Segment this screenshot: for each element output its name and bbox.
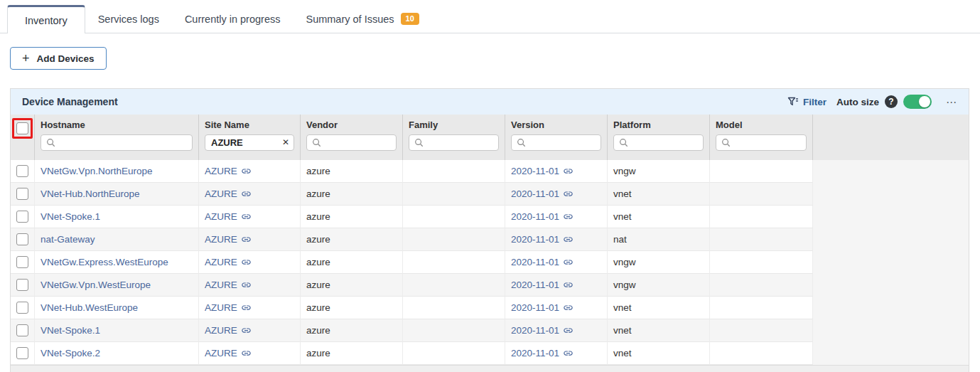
site-name-cell: AZURE	[199, 274, 301, 297]
version-cell: 2020-11-01	[505, 160, 608, 183]
vendor-cell: azure	[301, 183, 403, 206]
site-name-link[interactable]: AZURE	[205, 280, 252, 290]
site-name-text: AZURE	[205, 302, 237, 313]
platform-cell: vnet	[608, 319, 710, 342]
link-icon	[563, 302, 574, 313]
hostname-link[interactable]: nat-Gateway	[41, 234, 95, 245]
red-highlight-annotation	[12, 118, 33, 139]
site-name-link[interactable]: AZURE	[205, 234, 252, 245]
version-link[interactable]: 2020-11-01	[511, 257, 574, 267]
hostname-text: VNetGw.Vpn.WestEurope	[41, 280, 151, 290]
family-cell	[403, 251, 505, 274]
column-header-version: Version	[505, 115, 608, 160]
tab-summary-of-issues[interactable]: Summary of Issues 10	[293, 5, 431, 33]
tab-label: Services logs	[98, 14, 159, 25]
clear-filter-icon[interactable]: ✕	[282, 137, 289, 148]
site-name-link[interactable]: AZURE	[205, 257, 252, 267]
panel-title: Device Management	[22, 96, 118, 107]
column-header-model: Model	[710, 115, 813, 160]
version-link[interactable]: 2020-11-01	[511, 348, 574, 358]
site-name-link[interactable]: AZURE	[205, 325, 252, 336]
version-filter-input[interactable]	[511, 134, 601, 151]
row-checkbox[interactable]	[16, 302, 28, 314]
row-checkbox[interactable]	[16, 347, 28, 359]
hostname-text: VNet-Spoke.1	[41, 211, 100, 222]
panel-toolbar: Filter Auto size ? ⋯	[787, 95, 957, 109]
horizontal-scrollbar-track[interactable]	[11, 365, 969, 372]
site-name-link[interactable]: AZURE	[205, 348, 252, 358]
hostname-link[interactable]: VNet-Hub.WestEurope	[41, 302, 138, 313]
filter-button[interactable]: Filter	[787, 96, 826, 107]
row-checkbox[interactable]	[16, 233, 28, 245]
version-link[interactable]: 2020-11-01	[511, 280, 574, 290]
more-menu-icon[interactable]: ⋯	[946, 97, 957, 107]
link-icon	[563, 257, 574, 267]
link-icon	[241, 234, 252, 245]
hostname-link[interactable]: VNet-Hub.NorthEurope	[41, 188, 140, 199]
model-filter-input[interactable]	[716, 134, 807, 151]
row-checkbox[interactable]	[16, 188, 28, 200]
tab-currently-in-progress[interactable]: Currently in progress	[172, 5, 294, 33]
add-devices-button[interactable]: + Add Devices	[10, 47, 107, 70]
link-icon	[563, 166, 574, 176]
column-label: Vendor	[306, 119, 397, 130]
row-filler-cell	[813, 160, 969, 183]
site-name-link[interactable]: AZURE	[205, 302, 252, 313]
version-link[interactable]: 2020-11-01	[511, 188, 574, 199]
hostname-link[interactable]: VNetGw.Express.WestEurope	[41, 257, 168, 267]
row-checkbox[interactable]	[16, 279, 28, 291]
table-header: Hostname Site Name ✕ Vendor	[11, 115, 969, 160]
version-link[interactable]: 2020-11-01	[511, 166, 574, 176]
column-label: Site Name	[205, 119, 294, 130]
version-link[interactable]: 2020-11-01	[511, 211, 574, 222]
version-cell: 2020-11-01	[505, 274, 608, 297]
hostname-link[interactable]: VNetGw.Vpn.NorthEurope	[41, 166, 153, 176]
hostname-link[interactable]: VNet-Spoke.1	[41, 325, 100, 336]
vendor-filter-input[interactable]	[306, 134, 397, 151]
site-name-text: AZURE	[205, 280, 237, 290]
link-icon	[241, 325, 252, 336]
tab-bar: Inventory Services logs Currently in pro…	[0, 0, 980, 33]
version-link[interactable]: 2020-11-01	[511, 325, 574, 336]
row-checkbox-cell	[11, 206, 35, 228]
hostname-text: VNetGw.Express.WestEurope	[41, 257, 168, 267]
row-filler-cell	[813, 206, 969, 228]
row-checkbox[interactable]	[16, 324, 28, 336]
family-filter-input[interactable]	[409, 134, 499, 151]
table-row: VNetGw.Express.WestEurope AZURE azure 20…	[11, 251, 969, 274]
family-cell	[403, 228, 505, 251]
family-cell	[403, 183, 505, 206]
filter-label: Filter	[803, 97, 826, 107]
site-name-link[interactable]: AZURE	[205, 188, 252, 199]
row-filler-cell	[813, 319, 969, 342]
site-name-link[interactable]: AZURE	[205, 166, 252, 176]
hostname-link[interactable]: VNet-Spoke.2	[41, 348, 100, 358]
tab-label: Inventory	[25, 15, 68, 26]
hostname-text: VNet-Spoke.1	[41, 325, 100, 336]
row-checkbox-cell	[11, 319, 35, 342]
tab-services-logs[interactable]: Services logs	[85, 5, 172, 33]
select-all-checkbox[interactable]	[16, 122, 28, 134]
row-checkbox[interactable]	[16, 256, 28, 268]
row-checkbox[interactable]	[16, 165, 28, 177]
site-name-filter-input[interactable]	[205, 134, 294, 151]
row-checkbox[interactable]	[16, 211, 28, 223]
hostname-link[interactable]: VNetGw.Vpn.WestEurope	[41, 280, 151, 290]
site-name-link[interactable]: AZURE	[205, 211, 252, 222]
version-link[interactable]: 2020-11-01	[511, 234, 574, 245]
vendor-cell: azure	[301, 319, 403, 342]
version-cell: 2020-11-01	[505, 206, 608, 228]
site-name-cell: AZURE	[199, 160, 301, 183]
link-icon	[241, 302, 252, 313]
hostname-cell: VNet-Hub.WestEurope	[35, 297, 199, 319]
help-icon[interactable]: ?	[885, 95, 898, 108]
hostname-link[interactable]: VNet-Spoke.1	[41, 211, 100, 222]
tab-inventory[interactable]: Inventory	[7, 5, 85, 33]
hostname-filter-input[interactable]	[41, 134, 193, 151]
add-devices-label: Add Devices	[37, 53, 95, 64]
model-cell	[710, 183, 813, 206]
table-row: VNetGw.Vpn.WestEurope AZURE azure 2020-1…	[11, 274, 969, 297]
version-link[interactable]: 2020-11-01	[511, 302, 574, 313]
platform-filter-input[interactable]	[613, 134, 704, 151]
autosize-toggle[interactable]	[903, 95, 932, 109]
